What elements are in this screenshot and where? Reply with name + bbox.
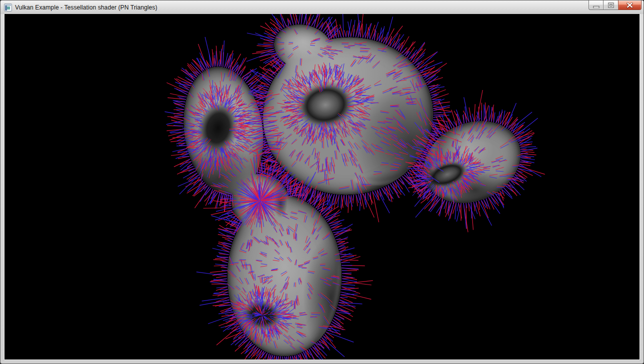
maximize-button[interactable] xyxy=(603,0,618,10)
app-icon[interactable] xyxy=(4,4,12,12)
titlebar[interactable]: Vulkan Example - Tessellation shader (PN… xyxy=(0,0,644,14)
close-icon xyxy=(618,0,641,10)
minimize-button[interactable] xyxy=(588,0,604,10)
maximize-icon xyxy=(604,0,618,10)
app-window: Vulkan Example - Tessellation shader (PN… xyxy=(0,0,644,364)
render-svg xyxy=(4,14,640,360)
render-viewport[interactable] xyxy=(4,14,640,360)
close-button[interactable] xyxy=(618,0,642,10)
window-title: Vulkan Example - Tessellation shader (PN… xyxy=(15,4,158,11)
minimize-icon xyxy=(589,0,603,10)
window-controls xyxy=(589,0,642,10)
